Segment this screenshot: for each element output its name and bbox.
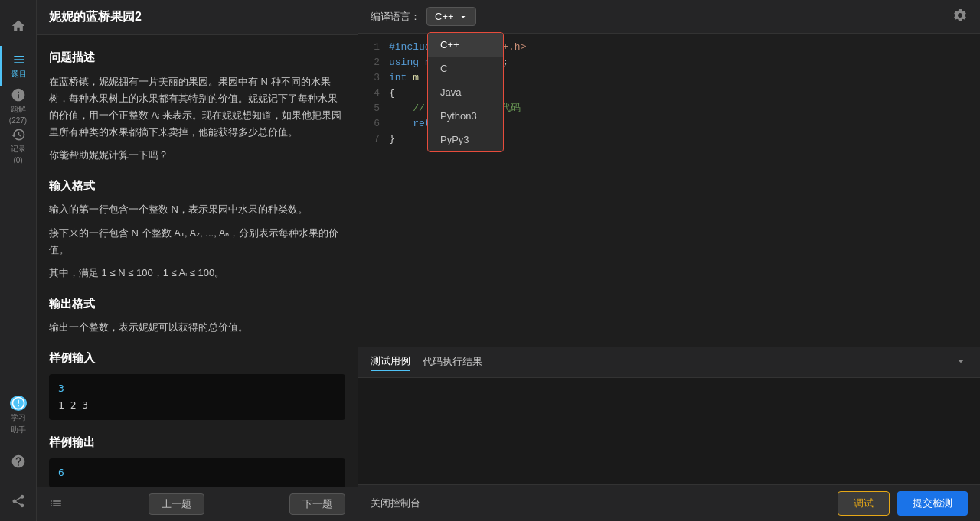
problem-question: 你能帮助妮妮计算一下吗？ — [49, 147, 345, 164]
lang-select-button[interactable]: C++ C++ C Java Python3 PyPy3 — [426, 7, 476, 26]
sample-output-value: 6 — [58, 464, 336, 481]
line-number: 6 — [358, 116, 389, 132]
sidebar-item-home[interactable] — [0, 6, 37, 46]
line-number: 2 — [358, 55, 389, 70]
sidebar-item-record[interactable]: 记录 (0) — [0, 125, 37, 165]
test-content-area — [358, 378, 980, 484]
line-content: { — [389, 86, 395, 101]
section-title-sample-output: 样例输出 — [49, 432, 345, 452]
problem-content[interactable]: 问题描述 在蓝桥镇，妮妮拥有一片美丽的果园。果园中有 N 种不同的水果树，每种水… — [37, 35, 358, 487]
output-format-text: 输出一个整数，表示妮妮可以获得的总价值。 — [49, 319, 345, 336]
editor-header: 编译语言： C++ C++ C Java Python3 PyPy3 — [358, 0, 980, 34]
input-constraint: 其中，满足 1 ≤ N ≤ 100，1 ≤ Aᵢ ≤ 100。 — [49, 265, 345, 282]
debug-button[interactable]: 调试 — [838, 491, 890, 516]
problem-panel: 妮妮的蓝桥果园2 问题描述 在蓝桥镇，妮妮拥有一片美丽的果园。果园中有 N 种不… — [37, 0, 358, 521]
sidebar: 题目 题解 (227) 记录 (0) 学习 助手 — [0, 0, 37, 521]
section-title-output: 输出格式 — [49, 294, 345, 314]
sidebar-item-problem-label: 题目 — [11, 69, 27, 80]
sample-input-line1: 3 — [58, 380, 336, 397]
settings-icon[interactable] — [952, 8, 968, 25]
problem-title: 妮妮的蓝桥果园2 — [37, 0, 358, 35]
lang-option-java[interactable]: Java — [428, 80, 503, 104]
input-format-text: 输入的第一行包含一个整数 N，表示果园中水果的种类数。 — [49, 201, 345, 218]
action-buttons: 调试 提交检测 — [838, 491, 968, 516]
lang-selected-label: C++ — [435, 11, 454, 22]
editor-panel: 编译语言： C++ C++ C Java Python3 PyPy3 1 #in… — [358, 0, 980, 521]
lang-option-pypy3[interactable]: PyPy3 — [428, 128, 503, 151]
line-number: 4 — [358, 86, 389, 101]
problem-description: 在蓝桥镇，妮妮拥有一片美丽的果园。果园中有 N 种不同的水果树，每种水果树上的水… — [49, 73, 345, 141]
test-panel: 测试用例 代码执行结果 — [358, 347, 980, 484]
list-icon[interactable] — [49, 497, 63, 513]
section-title-input: 输入格式 — [49, 176, 345, 196]
sidebar-item-record-label: 记录 — [11, 144, 26, 155]
lang-dropdown: C++ C Java Python3 PyPy3 — [427, 32, 504, 152]
sample-input-line2: 1 2 3 — [58, 397, 336, 414]
section-title-description: 问题描述 — [49, 47, 345, 67]
prev-button[interactable]: 上一题 — [149, 493, 204, 515]
lang-label: 编译语言： — [371, 10, 420, 24]
sidebar-item-share[interactable] — [0, 481, 37, 521]
close-console-button[interactable]: 关闭控制台 — [371, 497, 420, 510]
line-content: int m — [389, 70, 419, 86]
chevron-down-icon[interactable] — [954, 354, 968, 370]
tab-exec-result[interactable]: 代码执行结果 — [423, 355, 482, 370]
line-number: 5 — [358, 101, 389, 116]
sidebar-item-solution[interactable]: 题解 (227) — [0, 86, 37, 125]
sample-output-block: 6 — [49, 458, 345, 487]
line-number: 1 — [358, 40, 389, 55]
test-tabs: 测试用例 代码执行结果 — [358, 347, 980, 378]
line-content: } — [389, 132, 395, 147]
sample-input-block: 3 1 2 3 — [49, 374, 345, 420]
line-number: 3 — [358, 70, 389, 86]
sidebar-item-assistant[interactable]: 学习 助手 — [0, 396, 37, 435]
line-number: 7 — [358, 132, 389, 147]
lang-option-python3[interactable]: Python3 — [428, 104, 503, 128]
sidebar-item-solution-label: 题解 — [11, 104, 26, 115]
tab-test-case[interactable]: 测试用例 — [371, 354, 410, 371]
action-bar: 关闭控制台 调试 提交检测 — [358, 484, 980, 521]
sidebar-item-help[interactable] — [0, 441, 37, 481]
next-button[interactable]: 下一题 — [289, 493, 345, 515]
problem-footer: 上一题 下一题 — [37, 487, 358, 521]
section-title-sample-input: 样例输入 — [49, 348, 345, 368]
sidebar-item-problem[interactable]: 题目 — [0, 46, 37, 86]
submit-button[interactable]: 提交检测 — [897, 491, 968, 516]
sidebar-item-assistant-label: 学习 — [11, 412, 26, 423]
lang-option-c[interactable]: C — [428, 57, 503, 80]
input-format-text2: 接下来的一行包含 N 个整数 A₁, A₂, ..., Aₙ，分别表示每种水果的… — [49, 225, 345, 259]
lang-option-cpp[interactable]: C++ — [428, 33, 503, 57]
